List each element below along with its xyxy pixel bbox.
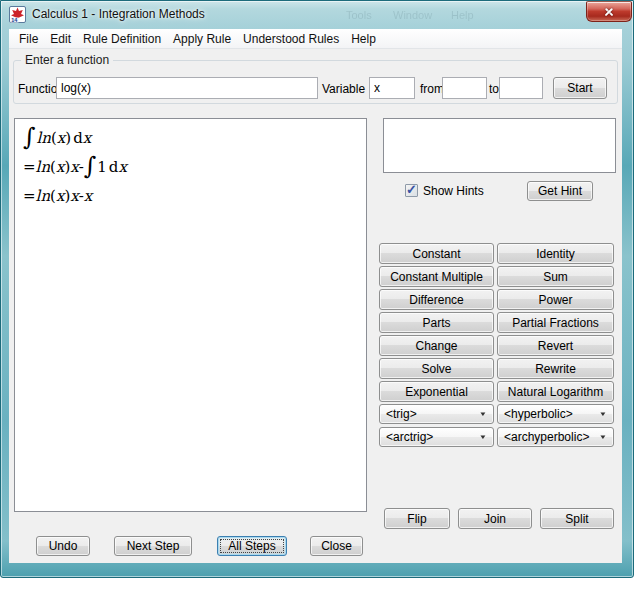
- close-icon: [603, 6, 615, 18]
- groupbox-legend: Enter a function: [21, 53, 113, 67]
- checkmark-icon: ✓: [406, 182, 417, 197]
- archyperbolic-dropdown-value: <archyperbolic>: [504, 430, 589, 444]
- rule-power-button[interactable]: Power: [497, 289, 614, 310]
- math-steps-panel: ∫ln(x)dx= ln(x) x - ∫1dx= ln(x) x - x: [14, 118, 367, 512]
- rule-natural-logarithm-button[interactable]: Natural Logarithm: [497, 381, 614, 402]
- show-hints-checkbox[interactable]: ✓: [405, 184, 418, 197]
- all-steps-button[interactable]: All Steps: [217, 536, 287, 556]
- chevron-down-icon: ▼: [599, 411, 607, 417]
- rule-identity-button[interactable]: Identity: [497, 243, 614, 264]
- function-input[interactable]: [56, 77, 318, 99]
- chevron-down-icon: ▼: [479, 411, 487, 417]
- window-title: Calculus 1 - Integration Methods: [32, 7, 205, 21]
- rule-change-button[interactable]: Change: [379, 335, 494, 356]
- arctrig-dropdown[interactable]: <arctrig> ▼: [379, 427, 494, 447]
- rule-solve-button[interactable]: Solve: [379, 358, 494, 379]
- rule-constant-button[interactable]: Constant: [379, 243, 494, 264]
- icon-badge-text: 14: [11, 17, 18, 23]
- to-input[interactable]: [499, 77, 543, 99]
- start-button[interactable]: Start: [553, 77, 607, 99]
- menu-rule-definition[interactable]: Rule Definition: [77, 32, 167, 46]
- rules-button-grid: Constant Identity Constant Multiple Sum …: [379, 243, 614, 402]
- undo-button[interactable]: Undo: [36, 536, 90, 556]
- ghost-background-menu-text: Window: [393, 9, 432, 21]
- rule-constant-multiple-button[interactable]: Constant Multiple: [379, 266, 494, 287]
- menu-edit[interactable]: Edit: [44, 32, 77, 46]
- close-window-button[interactable]: [586, 1, 632, 22]
- flip-button[interactable]: Flip: [384, 508, 450, 529]
- rule-rewrite-button[interactable]: Rewrite: [497, 358, 614, 379]
- variable-input[interactable]: [369, 77, 415, 99]
- hint-display-box: [383, 118, 616, 173]
- next-step-button[interactable]: Next Step: [114, 536, 192, 556]
- math-expression-line: = ln(x) x - x: [23, 181, 366, 210]
- archyperbolic-dropdown[interactable]: <archyperbolic> ▼: [497, 427, 614, 447]
- menu-bar: File Edit Rule Definition Apply Rule Und…: [9, 29, 622, 49]
- menu-help[interactable]: Help: [345, 32, 382, 46]
- rule-difference-button[interactable]: Difference: [379, 289, 494, 310]
- chevron-down-icon: ▼: [599, 434, 607, 440]
- split-button[interactable]: Split: [540, 508, 614, 529]
- hyperbolic-dropdown[interactable]: <hyperbolic> ▼: [497, 404, 614, 424]
- ops-button-row: Flip Join Split: [384, 508, 614, 529]
- trig-dropdown-value: <trig>: [386, 407, 417, 421]
- rule-exponential-button[interactable]: Exponential: [379, 381, 494, 402]
- rule-dropdown-grid: <trig> ▼ <hyperbolic> ▼ <arctrig> ▼ <arc…: [379, 404, 614, 447]
- close-button[interactable]: Close: [310, 536, 363, 556]
- menu-understood-rules[interactable]: Understood Rules: [237, 32, 345, 46]
- rule-partial-fractions-button[interactable]: Partial Fractions: [497, 312, 614, 333]
- from-label: from: [420, 82, 444, 96]
- to-label: to: [489, 82, 499, 96]
- trig-dropdown[interactable]: <trig> ▼: [379, 404, 494, 424]
- hyperbolic-dropdown-value: <hyperbolic>: [504, 407, 573, 421]
- menu-file[interactable]: File: [13, 32, 44, 46]
- rule-sum-button[interactable]: Sum: [497, 266, 614, 287]
- menu-apply-rule[interactable]: Apply Rule: [167, 32, 237, 46]
- math-expression-line: = ln(x) x - ∫1dx: [23, 152, 366, 181]
- rule-parts-button[interactable]: Parts: [379, 312, 494, 333]
- title-bar[interactable]: 14 Calculus 1 - Integration Methods Tool…: [1, 1, 635, 29]
- get-hint-button[interactable]: Get Hint: [527, 181, 593, 201]
- show-hints-label: Show Hints: [423, 184, 484, 198]
- from-input[interactable]: [442, 77, 487, 99]
- join-button[interactable]: Join: [458, 508, 532, 529]
- math-expression-line: ∫ln(x)dx: [23, 123, 366, 152]
- ghost-background-menu-text: Help: [451, 9, 474, 21]
- arctrig-dropdown-value: <arctrig>: [386, 430, 433, 444]
- maple-app-icon: 14: [9, 6, 26, 23]
- ghost-background-menu-text: Tools: [346, 9, 372, 21]
- variable-label: Variable: [322, 82, 365, 96]
- chevron-down-icon: ▼: [479, 434, 487, 440]
- rule-revert-button[interactable]: Revert: [497, 335, 614, 356]
